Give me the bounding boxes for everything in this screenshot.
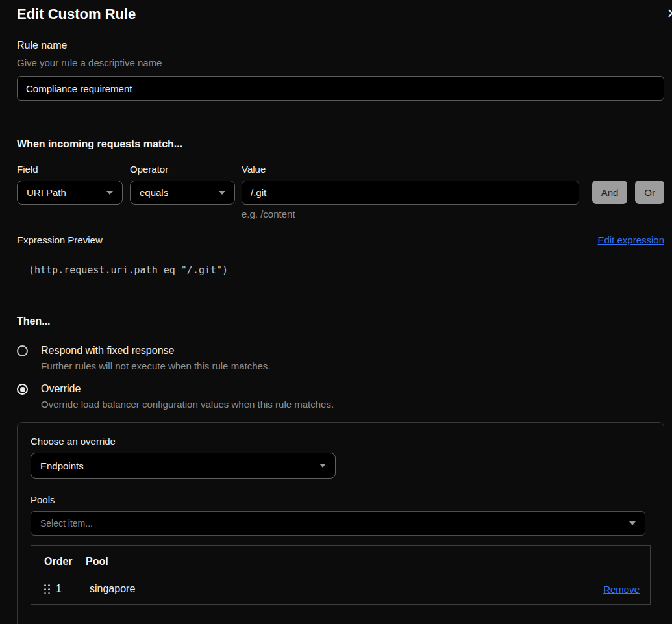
fixed-response-radio[interactable] <box>17 345 28 356</box>
override-config-box: Choose an override Endpoints Pools Selec… <box>17 422 664 624</box>
expression-code: (http.request.uri.path eq "/.git") <box>17 264 664 276</box>
field-column: Field URI Path <box>17 164 123 205</box>
edit-expression-link[interactable]: Edit expression <box>597 234 664 245</box>
operator-column: Operator equals <box>130 164 235 205</box>
choose-override-label: Choose an override <box>31 436 651 447</box>
pools-label: Pools <box>31 494 651 506</box>
operator-select[interactable]: equals <box>130 181 235 205</box>
chevron-down-icon <box>219 191 225 195</box>
pools-select-placeholder: Select item... <box>40 518 93 529</box>
field-select-value: URI Path <box>27 187 66 198</box>
and-button[interactable]: And <box>592 181 628 204</box>
page-title: Edit Custom Rule <box>17 6 664 23</box>
drag-handle-icon[interactable] <box>44 584 50 594</box>
remove-pool-link[interactable]: Remove <box>603 584 640 595</box>
order-column-header: Order <box>44 555 86 568</box>
or-button[interactable]: Or <box>635 181 664 204</box>
rule-name-input[interactable] <box>17 76 664 101</box>
pool-table-row: 1 singapore Remove <box>31 568 650 604</box>
field-label: Field <box>17 164 123 175</box>
close-icon[interactable]: ✕ <box>666 7 672 21</box>
rule-name-label: Rule name <box>17 39 664 51</box>
override-type-select[interactable]: Endpoints <box>31 453 336 479</box>
field-select[interactable]: URI Path <box>17 181 123 205</box>
override-radio[interactable] <box>17 384 28 395</box>
option-fixed-response: Respond with fixed response Further rule… <box>17 344 664 372</box>
pools-select[interactable]: Select item... <box>31 511 645 536</box>
rule-name-section: Rule name Give your rule a descriptive n… <box>17 39 664 101</box>
chevron-down-icon <box>319 464 326 468</box>
override-type-value: Endpoints <box>40 460 84 471</box>
pool-column-header: Pool <box>86 555 108 568</box>
match-condition-row: Field URI Path Operator equals Value e.g… <box>17 164 664 220</box>
value-example-helper: e.g. /content <box>242 208 579 220</box>
option-override: Override Override load balancer configur… <box>17 382 664 410</box>
value-label: Value <box>242 164 579 175</box>
condition-connectors: And Or <box>592 164 664 204</box>
edit-custom-rule-modal: ✕ Edit Custom Rule Rule name Give your r… <box>0 6 672 624</box>
expression-preview-row: Expression Preview Edit expression <box>17 234 664 246</box>
operator-label: Operator <box>130 164 235 175</box>
value-column: Value e.g. /content <box>242 164 579 220</box>
chevron-down-icon <box>106 191 113 195</box>
override-helper: Override load balancer configuration val… <box>41 399 334 410</box>
operator-select-value: equals <box>140 187 168 198</box>
value-input[interactable] <box>242 181 579 205</box>
override-label[interactable]: Override <box>41 382 334 395</box>
pool-name-value: singapore <box>90 583 135 595</box>
fixed-response-label[interactable]: Respond with fixed response <box>41 344 271 356</box>
chevron-down-icon <box>629 521 636 525</box>
pool-order-value: 1 <box>56 583 90 595</box>
pools-table-header: Order Pool <box>31 546 650 568</box>
match-section-heading: When incoming requests match... <box>17 138 664 150</box>
rule-name-helper: Give your rule a descriptive name <box>17 57 664 69</box>
pools-table: Order Pool 1 singapore Remove <box>31 545 651 605</box>
fixed-response-helper: Further rules will not execute when this… <box>41 360 271 372</box>
expression-preview-label: Expression Preview <box>17 234 103 246</box>
then-section-heading: Then... <box>17 315 664 327</box>
